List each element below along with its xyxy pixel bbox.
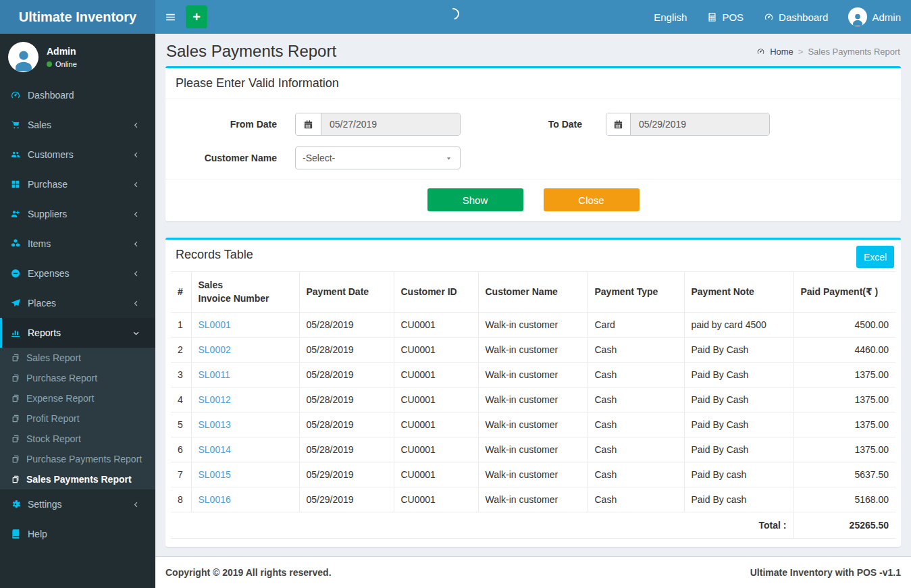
chevron-left-icon (132, 151, 140, 159)
sidebar-item-items[interactable]: Items (0, 229, 155, 259)
speedometer-icon (10, 90, 21, 101)
hamburger-menu-icon[interactable] (164, 11, 177, 24)
sidebar-subitem-purchase-payments-report[interactable]: Purchase Payments Report (0, 449, 155, 469)
filter-form: From Date To Date Customer Name (165, 99, 901, 179)
sidebar-subitem-expense-report[interactable]: Expense Report (0, 388, 155, 408)
sidebar-subitem-label: Profit Report (26, 413, 80, 424)
quick-add-button[interactable]: + (186, 5, 207, 28)
sidebar-item-places[interactable]: Places (0, 288, 155, 318)
invoice-link[interactable]: SL0013 (199, 419, 231, 430)
chevron-down-icon (132, 329, 140, 338)
language-menu[interactable]: English (644, 0, 697, 34)
sidebar-item-label: Purchase (28, 179, 68, 190)
table-row: 1SL000105/28/2019CU0001Walk-in customerC… (171, 312, 895, 337)
invoice-link[interactable]: SL0016 (199, 494, 231, 505)
filter-panel: Please Enter Valid Information From Date… (165, 66, 901, 221)
cell: CU0001 (394, 362, 478, 387)
sidebar-item-customers[interactable]: Customers (0, 140, 155, 169)
close-button[interactable]: Close (544, 188, 640, 211)
content-header: Sales Payments Report Home > Sales Payme… (155, 34, 911, 65)
column-header-payment-date[interactable]: Payment Date (299, 272, 394, 313)
main-footer: Copyright © 2019 All rights reserved. Ul… (155, 556, 911, 588)
sidebar-item-help[interactable]: Help (0, 519, 155, 549)
table-row: 6SL001405/28/2019CU0001Walk-in customerC… (171, 437, 895, 462)
sidebar-subitem-sales-payments-report[interactable]: Sales Payments Report (0, 469, 155, 489)
column-header-[interactable]: # (171, 272, 191, 313)
invoice-link[interactable]: SL0011 (199, 369, 230, 380)
footer-version: Ultimate Inventory with POS -v1.1 (750, 567, 901, 578)
sidebar-subitem-label: Sales Payments Report (26, 474, 132, 485)
excel-export-button[interactable]: Excel (856, 246, 894, 268)
sidebar-item-label: Customers (28, 149, 74, 160)
sidebar-item-settings[interactable]: Settings (0, 489, 155, 519)
pos-label: POS (722, 11, 744, 23)
filter-actions: Show Close (165, 179, 901, 221)
sidebar-user-status[interactable]: Online (47, 60, 77, 68)
user-menu[interactable]: Admin (838, 0, 911, 34)
sidebar-item-suppliers[interactable]: Suppliers (0, 199, 155, 229)
cell: 05/28/2019 (299, 387, 394, 412)
cell: 05/29/2019 (299, 487, 394, 512)
to-date-input[interactable] (631, 113, 769, 135)
invoice-link[interactable]: SL0014 (199, 444, 231, 455)
cell: CU0001 (394, 412, 478, 437)
cell: Paid By Cash (684, 387, 793, 412)
sidebar-item-purchase[interactable]: Purchase (0, 169, 155, 199)
column-header-customer-name[interactable]: Customer Name (478, 272, 588, 313)
paper-plane-icon (10, 298, 21, 309)
column-header-sales-invoice-number[interactable]: Sales Invoice Number (191, 272, 299, 313)
table-row: 2SL000205/28/2019CU0001Walk-in customerC… (171, 337, 895, 362)
column-header-payment-note[interactable]: Payment Note (684, 272, 793, 313)
copy-icon (11, 434, 20, 444)
sidebar-item-label: Help (28, 529, 47, 539)
sidebar-subitem-profit-report[interactable]: Profit Report (0, 408, 155, 429)
dashboard-menu[interactable]: Dashboard (754, 0, 838, 34)
invoice-link[interactable]: SL0002 (199, 344, 231, 355)
cell-invoice: SL0015 (191, 462, 299, 487)
calendar-icon[interactable] (606, 113, 631, 135)
page-title: Sales Payments Report (166, 42, 336, 61)
table-row: 4SL001205/28/2019CU0001Walk-in customerC… (171, 387, 895, 412)
pos-menu[interactable]: POS (697, 0, 754, 34)
app-brand[interactable]: Ultimate Inventory (0, 0, 155, 34)
sidebar-subitem-label: Purchase Payments Report (26, 454, 142, 464)
breadcrumb-current: Sales Payments Report (808, 47, 900, 57)
sidebar-subitem-sales-report[interactable]: Sales Report (0, 348, 155, 368)
invoice-link[interactable]: SL0001 (199, 319, 231, 330)
cell: 05/29/2019 (299, 462, 394, 487)
cell: Walk-in customer (478, 337, 588, 362)
cell: Paid By cash (684, 487, 793, 512)
bar-chart-icon (10, 327, 21, 338)
show-button[interactable]: Show (427, 188, 523, 211)
chevron-left-icon (132, 180, 140, 189)
customer-name-label: Customer Name (176, 153, 277, 163)
cell: paid by card 4500 (684, 312, 793, 337)
sidebar-subitem-purchase-report[interactable]: Purchase Report (0, 368, 155, 388)
from-date-input[interactable] (321, 113, 460, 135)
home-icon (756, 47, 765, 56)
footer-copyright: Copyright © 2019 All rights reserved. (165, 567, 332, 578)
cell: Paid By Cash (684, 412, 793, 437)
sidebar-item-label: Expenses (28, 268, 69, 279)
customer-select[interactable]: -Select- (295, 146, 461, 169)
sidebar-item-dashboard[interactable]: Dashboard (0, 80, 155, 110)
calendar-icon[interactable] (296, 113, 321, 135)
cell: 2 (171, 337, 191, 362)
breadcrumb-home[interactable]: Home (770, 47, 793, 57)
column-header-customer-id[interactable]: Customer ID (394, 272, 478, 313)
cell: Cash (588, 387, 684, 412)
cell: 05/28/2019 (299, 412, 394, 437)
column-header-paid-payment[interactable]: Paid Payment(₹ ) (793, 272, 895, 313)
invoice-link[interactable]: SL0015 (199, 469, 231, 480)
main-area: Sales Payments Report Home > Sales Payme… (155, 34, 911, 588)
gear-icon (10, 499, 21, 510)
invoice-link[interactable]: SL0012 (199, 394, 231, 405)
sidebar-item-expenses[interactable]: Expenses (0, 259, 155, 288)
sidebar-subitem-stock-report[interactable]: Stock Report (0, 429, 155, 449)
sidebar-item-sales[interactable]: Sales (0, 110, 155, 140)
sidebar-subitem-label: Sales Report (26, 352, 81, 363)
sidebar-item-reports[interactable]: Reports (0, 318, 155, 348)
cell: Card (588, 312, 684, 337)
cell: 5637.50 (793, 462, 895, 487)
column-header-payment-type[interactable]: Payment Type (588, 272, 684, 313)
